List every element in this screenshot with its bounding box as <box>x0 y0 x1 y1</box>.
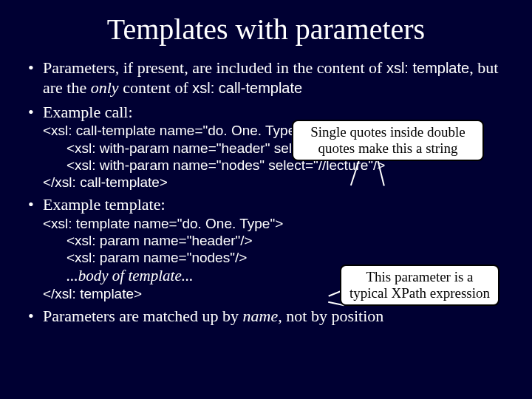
text-segment: Parameters are matched up by <box>43 307 243 325</box>
text-only: only <box>91 78 119 97</box>
text-segment: not by position <box>282 307 384 325</box>
slide: Templates with parameters Parameters, if… <box>0 0 532 399</box>
bullet-example-template: Example template: <box>43 195 502 215</box>
code-xsl-template: xsl: template <box>386 60 469 76</box>
text-name: name, <box>243 307 282 325</box>
callout-line: This parameter is a <box>349 269 491 285</box>
callout-xpath: This parameter is a typical XPath expres… <box>340 265 499 306</box>
code-line: <xsl: template name="do. One. Type"> <box>43 215 502 232</box>
text-segment: content of <box>119 78 193 97</box>
bullet-matched-by-name: Parameters are matched up by name, not b… <box>43 307 502 327</box>
code-line: </xsl: call-template> <box>43 174 502 191</box>
callout-line: Single quotes inside double <box>301 124 475 140</box>
callout-line: typical XPath expression <box>349 285 491 301</box>
callout-single-quotes: Single quotes inside double quotes make … <box>292 120 484 161</box>
code-xsl-call-template: xsl: call-template <box>192 80 302 96</box>
text-segment: Parameters, if present, are included in … <box>43 58 386 77</box>
code-line: <xsl: param name="header"/> <box>43 232 502 249</box>
bullet-parameters-intro: Parameters, if present, are included in … <box>43 58 502 98</box>
callout-line: quotes make this a string <box>301 140 475 157</box>
slide-title: Templates with parameters <box>0 0 532 54</box>
